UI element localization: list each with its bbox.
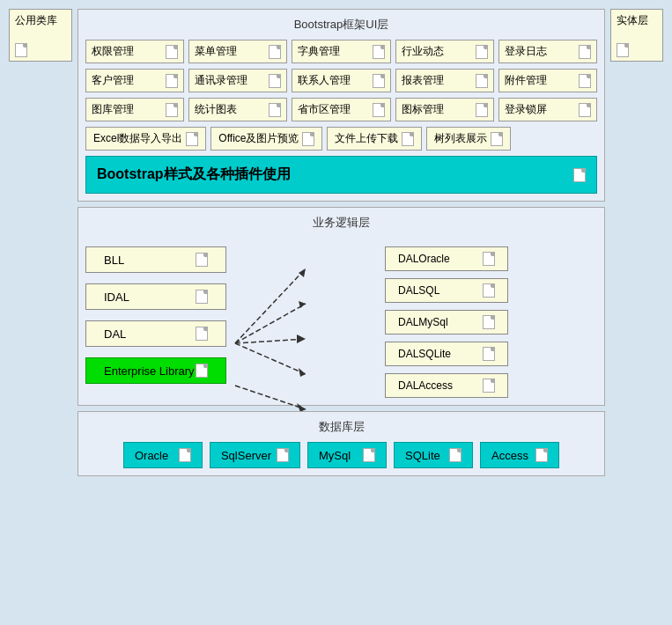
main-content: Bootstrap框架UI层 权限管理 菜单管理 字典管理 行业动态 bbox=[78, 9, 605, 616]
btn-字典管理[interactable]: 字典管理 bbox=[292, 40, 390, 63]
toolbar-label: 文件上传下载 bbox=[335, 131, 398, 146]
btn-row1: 权限管理 菜单管理 字典管理 行业动态 登录日志 bbox=[85, 40, 597, 63]
doc-icon bbox=[476, 103, 488, 117]
btn-登录日志[interactable]: 登录日志 bbox=[498, 40, 597, 63]
btn-菜单管理[interactable]: 菜单管理 bbox=[188, 40, 287, 63]
doc-icon bbox=[166, 45, 178, 59]
doc-icon bbox=[269, 45, 281, 59]
doc-icon bbox=[402, 132, 414, 146]
doc-icon bbox=[483, 347, 495, 361]
btn-dalaccess[interactable]: DALAccess bbox=[385, 373, 508, 398]
entity-layer-icon bbox=[617, 43, 629, 57]
bll-title: 业务逻辑层 bbox=[85, 215, 597, 231]
btn-label: 联系人管理 bbox=[298, 73, 351, 88]
btn-图库管理[interactable]: 图库管理 bbox=[85, 98, 184, 121]
bll-left: BLL IDAL DAL Enterprise Library bbox=[85, 238, 226, 384]
btn-bll[interactable]: BLL bbox=[85, 246, 226, 273]
btn-label: 图库管理 bbox=[92, 102, 134, 117]
toolbar-label: Excel数据导入导出 bbox=[93, 131, 182, 146]
doc-icon bbox=[373, 45, 385, 59]
doc-icon bbox=[535, 448, 548, 462]
btn-row2: 客户管理 通讯录管理 联系人管理 报表管理 附件管理 bbox=[85, 69, 597, 92]
right-sidebar: 实体层 bbox=[610, 9, 663, 616]
doc-icon bbox=[579, 45, 591, 59]
doc-icon bbox=[196, 253, 208, 267]
btn-通讯录管理[interactable]: 通讯录管理 bbox=[188, 69, 287, 92]
public-lib-icon bbox=[15, 43, 27, 57]
doc-icon bbox=[166, 103, 178, 117]
toolbar-tree[interactable]: 树列表展示 bbox=[426, 127, 511, 151]
doc-icon bbox=[363, 448, 375, 462]
btn-行业动态[interactable]: 行业动态 bbox=[395, 40, 494, 63]
mysql-label: MySql bbox=[319, 449, 351, 462]
btn-daloracle[interactable]: DALOracle bbox=[385, 246, 508, 271]
sqlserver-label: SqlServer bbox=[221, 449, 271, 462]
btn-dalsql[interactable]: DALSQL bbox=[385, 278, 508, 303]
btn-dalsqlite[interactable]: DALSQLite bbox=[385, 342, 508, 366]
svg-marker-7 bbox=[299, 368, 306, 377]
btn-dalmysql[interactable]: DALMySql bbox=[385, 310, 508, 335]
btn-label: 通讯录管理 bbox=[195, 73, 247, 88]
svg-line-2 bbox=[235, 304, 306, 343]
btn-图标管理[interactable]: 图标管理 bbox=[395, 98, 494, 121]
btn-报表管理[interactable]: 报表管理 bbox=[395, 69, 494, 92]
btn-권限管理[interactable]: 权限管理 bbox=[85, 40, 184, 63]
doc-icon bbox=[302, 132, 314, 146]
btn-label: 行业动态 bbox=[402, 44, 444, 59]
toolbar-office[interactable]: Office及图片预览 bbox=[210, 127, 322, 151]
doc-icon bbox=[373, 74, 385, 88]
btn-label: 字典管理 bbox=[298, 44, 340, 59]
btn-label: 附件管理 bbox=[505, 73, 547, 88]
btn-sqlite[interactable]: SQLite bbox=[394, 442, 473, 468]
btn-access[interactable]: Access bbox=[480, 442, 559, 468]
idal-label: IDAL bbox=[104, 290, 129, 304]
entity-layer-box: 实体层 bbox=[610, 9, 663, 62]
doc-icon bbox=[491, 132, 503, 146]
doc-icon bbox=[196, 364, 208, 378]
doc-icon bbox=[196, 327, 208, 341]
doc-icon bbox=[269, 103, 281, 117]
btn-附件管理[interactable]: 附件管理 bbox=[498, 69, 597, 92]
banner-icon bbox=[573, 168, 586, 182]
toolbar-upload[interactable]: 文件上传下载 bbox=[327, 127, 422, 151]
svg-marker-1 bbox=[299, 268, 306, 277]
btn-dal[interactable]: DAL bbox=[85, 320, 226, 347]
doc-icon bbox=[166, 74, 178, 88]
doc-icon bbox=[579, 74, 591, 88]
btn-客户管理[interactable]: 客户管理 bbox=[85, 69, 184, 92]
dal-access-label: DALAccess bbox=[398, 379, 453, 392]
btn-label: 登录锁屏 bbox=[505, 102, 547, 117]
svg-line-4 bbox=[235, 339, 306, 343]
bootstrap-title: Bootstrap框架UI层 bbox=[85, 17, 597, 33]
doc-icon bbox=[483, 283, 495, 298]
db-row: Oracle SqlServer MySql SQLite Access bbox=[85, 442, 597, 468]
doc-icon bbox=[476, 45, 488, 59]
bll-label: BLL bbox=[104, 254, 124, 267]
btn-统计图表[interactable]: 统计图表 bbox=[188, 98, 287, 121]
btn-enterprise[interactable]: Enterprise Library bbox=[85, 357, 226, 384]
bll-right: DALOracle DALSQL DALMySql DALSQLite bbox=[385, 238, 508, 398]
btn-mysql[interactable]: MySql bbox=[307, 442, 387, 468]
toolbar-label: 树列表展示 bbox=[434, 131, 487, 146]
btn-oracle[interactable]: Oracle bbox=[123, 442, 203, 468]
btn-label: 登录日志 bbox=[505, 44, 547, 59]
btn-label: 客户管理 bbox=[92, 73, 134, 88]
doc-icon bbox=[196, 290, 208, 304]
dal-mysql-label: DALMySql bbox=[398, 316, 448, 328]
public-lib-label: 公用类库 bbox=[15, 13, 57, 28]
doc-icon bbox=[483, 379, 495, 393]
db-title: 数据库层 bbox=[85, 419, 597, 435]
btn-登录锁屏[interactable]: 登录锁屏 bbox=[498, 98, 597, 121]
btn-sqlserver[interactable]: SqlServer bbox=[210, 442, 300, 468]
doc-icon bbox=[483, 252, 495, 266]
dal-label: DAL bbox=[104, 327, 126, 341]
btn-省市区管理[interactable]: 省市区管理 bbox=[292, 98, 390, 121]
doc-icon bbox=[476, 74, 488, 88]
btn-联系人管理[interactable]: 联系人管理 bbox=[292, 69, 390, 92]
db-section: 数据库层 Oracle SqlServer MySql SQLite bbox=[78, 411, 605, 476]
access-label: Access bbox=[491, 449, 528, 462]
toolbar-excel[interactable]: Excel数据导入导出 bbox=[85, 127, 206, 151]
svg-line-0 bbox=[235, 268, 306, 343]
btn-idal[interactable]: IDAL bbox=[85, 283, 226, 310]
doc-icon bbox=[373, 103, 385, 117]
